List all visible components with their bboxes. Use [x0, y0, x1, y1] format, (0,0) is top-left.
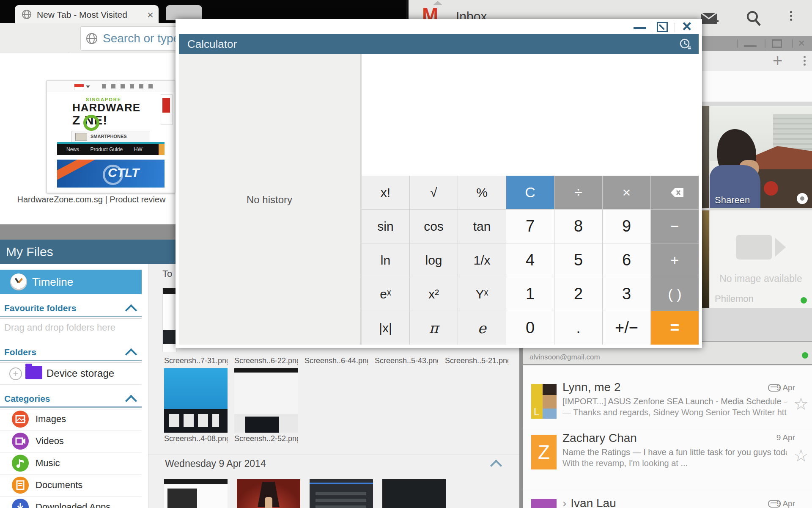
collapse-icon[interactable]: [125, 304, 137, 316]
search-icon[interactable]: [745, 10, 762, 27]
contacts-window-titlebar[interactable]: [700, 36, 812, 51]
calc-key-multiply[interactable]: ×: [603, 176, 650, 209]
calc-key-tan[interactable]: tan: [458, 210, 506, 243]
calc-key-2[interactable]: 2: [554, 277, 602, 311]
calc-key-power[interactable]: Yˣ: [458, 277, 506, 311]
calc-key-decimal[interactable]: .: [554, 311, 602, 345]
filename[interactable]: Screensh..2-52.png: [234, 434, 298, 443]
calc-key-reciprocal[interactable]: 1/x: [458, 243, 506, 277]
file-thumbnail[interactable]: [234, 368, 298, 433]
close-icon[interactable]: [798, 36, 805, 50]
calc-key-factorial[interactable]: x!: [362, 176, 409, 209]
file-thumbnail[interactable]: [164, 368, 228, 433]
calc-key-pi[interactable]: π: [410, 311, 458, 345]
more-icon[interactable]: [804, 56, 806, 58]
tab-close-icon[interactable]: [147, 8, 154, 22]
minimize-icon[interactable]: [634, 27, 646, 29]
calc-key-9[interactable]: 9: [603, 210, 650, 243]
email-row[interactable]: I ›Ivan Lau 9 Apr [Press ...] Logitech L…: [523, 491, 812, 508]
calc-key-7[interactable]: 7: [506, 210, 554, 243]
calc-key-4[interactable]: 4: [506, 243, 554, 277]
contact-card-shareen[interactable]: Shareen: [710, 106, 812, 208]
expand-icon[interactable]: +: [9, 367, 22, 380]
file-thumbnail[interactable]: [382, 479, 446, 508]
overflow-menu-icon[interactable]: [790, 11, 792, 13]
calc-key-sqrt[interactable]: √: [410, 176, 458, 209]
calc-key-equals[interactable]: =: [651, 311, 699, 345]
window-edge[interactable]: [519, 342, 523, 508]
music-icon: [12, 455, 29, 472]
sidebar-item-timeline[interactable]: Timeline: [0, 270, 142, 294]
star-icon[interactable]: [793, 394, 809, 414]
most-visited-thumbnail[interactable]: SINGAPORE HARDWARE Z NE! SMARTPHONES New…: [47, 80, 175, 193]
calc-key-1[interactable]: 1: [506, 277, 554, 311]
calc-key-6[interactable]: 6: [603, 243, 650, 277]
maximize-icon[interactable]: [657, 22, 668, 32]
file-thumbnail[interactable]: [164, 479, 228, 508]
collapse-icon[interactable]: [125, 395, 137, 407]
filename[interactable]: Screensh..5-43.png: [375, 356, 438, 365]
calc-key-clear[interactable]: C: [506, 176, 554, 209]
collapse-icon[interactable]: [125, 348, 137, 360]
browser-tab-inactive[interactable]: [166, 5, 202, 20]
calc-key-5[interactable]: 5: [554, 243, 602, 277]
calc-key-0[interactable]: 0: [506, 311, 554, 345]
email-row[interactable]: Z Zachary Chan 9 Apr Name the Ratings — …: [523, 430, 812, 489]
calc-key-cos[interactable]: cos: [410, 210, 458, 243]
url-placeholder: Search or type: [103, 27, 180, 50]
camera-badge-icon: [797, 193, 808, 204]
calc-key-square[interactable]: x²: [410, 277, 458, 311]
filename[interactable]: Screensh..7-31.png: [164, 356, 228, 365]
calc-key-sin[interactable]: sin: [362, 210, 409, 243]
sidebar-item-videos[interactable]: Videos: [0, 430, 142, 453]
sidebar-item-images[interactable]: Images: [0, 408, 142, 431]
calc-key-negate[interactable]: +/−: [603, 311, 650, 345]
sidebar-item-device-storage[interactable]: + Device storage: [0, 363, 142, 384]
sidebar-item-documents[interactable]: Documents: [0, 474, 142, 497]
collapse-icon[interactable]: [490, 460, 502, 472]
file-thumbnail[interactable]: [237, 479, 300, 508]
dropdown-arrow-icon: [86, 86, 90, 88]
sidebar-item-downloaded-apps[interactable]: Downloaded Apps: [0, 496, 142, 508]
calc-key-percent[interactable]: %: [458, 176, 506, 209]
file-thumbnail[interactable]: [162, 288, 177, 352]
avatar[interactable]: L: [531, 384, 557, 419]
calc-key-exp[interactable]: eˣ: [362, 277, 409, 311]
add-icon[interactable]: +: [773, 51, 782, 70]
filename[interactable]: Screensh..4-08.png: [164, 434, 228, 443]
calc-key-backspace[interactable]: [651, 176, 699, 209]
calc-key-3[interactable]: 3: [603, 277, 650, 311]
browser-tab[interactable]: New Tab - Most Visited: [15, 5, 159, 23]
calc-key-8[interactable]: 8: [554, 210, 602, 243]
star-icon[interactable]: [793, 446, 809, 465]
calculator-titlebar[interactable]: Calculator: [179, 34, 699, 54]
avatar[interactable]: Z: [531, 435, 557, 469]
history-icon[interactable]: [679, 38, 692, 51]
filename[interactable]: Screensh..5-21.png: [445, 356, 508, 365]
compose-icon[interactable]: [700, 11, 719, 26]
contacts-toolbar: +: [700, 51, 812, 71]
calc-key-euler[interactable]: e: [458, 311, 506, 345]
sidebar-item-music[interactable]: Music: [0, 452, 142, 475]
filename[interactable]: Screensh..6-22.png: [234, 356, 298, 365]
account-email[interactable]: alvinsoon@gmail.com: [529, 353, 600, 362]
gmail-list-window: alvinsoon@gmail.com L Lynn, me 2 9 Apr […: [519, 341, 812, 508]
filename[interactable]: Screensh..6-44.png: [304, 356, 368, 365]
close-icon[interactable]: [682, 17, 691, 36]
calc-key-abs[interactable]: |x|: [362, 311, 409, 345]
avatar[interactable]: I: [531, 499, 557, 508]
calc-key-parentheses[interactable]: ( ): [651, 277, 699, 311]
calc-key-plus[interactable]: +: [651, 243, 699, 277]
email-row[interactable]: L Lynn, me 2 9 Apr [IMPORT...] ASUS Zenf…: [523, 369, 812, 428]
minimize-icon[interactable]: [744, 45, 757, 47]
calculator-keypad: x!√%C÷×sincostan789−lnlog1/x456+eˣx²Yˣ12…: [362, 176, 699, 345]
calc-key-minus[interactable]: −: [651, 210, 699, 243]
maximize-icon[interactable]: [772, 39, 782, 48]
calc-key-divide[interactable]: ÷: [554, 176, 602, 209]
file-thumbnail[interactable]: [310, 479, 373, 508]
calc-key-ln[interactable]: ln: [362, 243, 409, 277]
calc-display[interactable]: [362, 54, 699, 175]
social-icons: [102, 84, 153, 88]
calc-key-log[interactable]: log: [410, 243, 458, 277]
contact-card-philemon[interactable]: No image available Philemon: [710, 210, 812, 308]
